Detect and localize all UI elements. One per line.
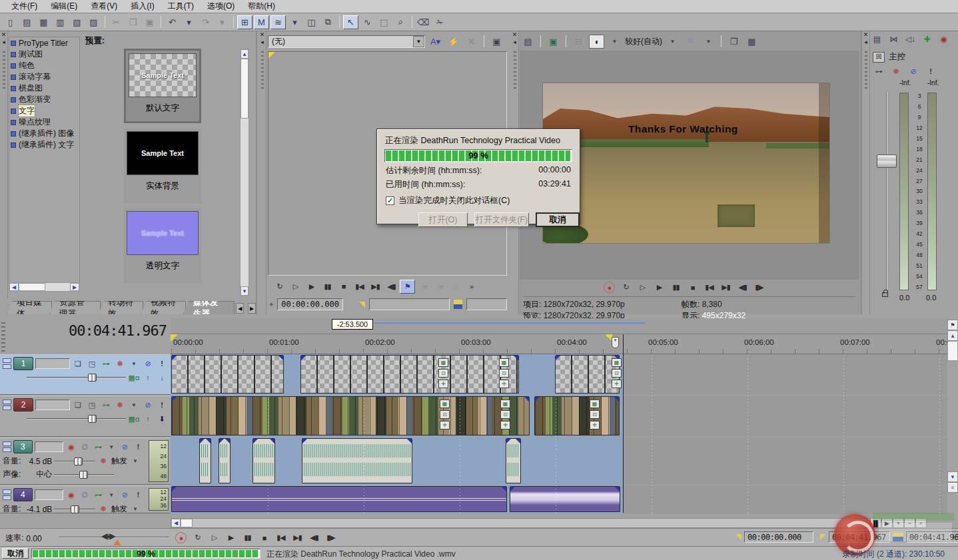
pause-icon[interactable]: ▮▮: [240, 531, 255, 545]
zoom-tool-icon[interactable]: ⌕: [915, 518, 927, 528]
go-to-start-icon[interactable]: ▮◀: [273, 531, 288, 545]
play-icon[interactable]: ▶: [304, 280, 319, 294]
pan-value[interactable]: 中心: [23, 469, 52, 480]
timeline-clip[interactable]: [171, 486, 507, 512]
film-icon[interactable]: ▦: [440, 400, 450, 408]
menu-item-4[interactable]: 工具(T): [162, 0, 200, 13]
external-monitor-icon[interactable]: ▣: [546, 35, 561, 49]
ignore-grouping-icon[interactable]: ⧉: [320, 15, 336, 29]
timeline-clip[interactable]: [510, 486, 620, 512]
loop-playback-icon[interactable]: ↻: [272, 280, 287, 294]
go-to-end-icon[interactable]: ▶▮: [368, 280, 383, 294]
pan-slider[interactable]: [54, 470, 114, 479]
generator-item-3[interactable]: 滚动字幕: [9, 71, 79, 83]
sync-cursor-icon[interactable]: ⚑: [400, 280, 415, 294]
track-number-badge[interactable]: 1: [13, 357, 33, 370]
paste-icon[interactable]: ▣: [142, 15, 157, 29]
track-header-3[interactable]: 3 ◉ ∅ ⊶ ▼ ⊘ ! 音量: 4.5 dB ❋ 触发 ▼ 声像: 中心: [0, 437, 171, 485]
crop-icon[interactable]: ⊡: [499, 369, 509, 378]
save-snapshot-icon[interactable]: ▦: [744, 35, 759, 49]
copy-snapshot-icon[interactable]: ❐: [726, 35, 741, 49]
crop-icon[interactable]: ⊡: [440, 410, 450, 419]
track-minimize-icons[interactable]: [3, 400, 11, 410]
mute-icon[interactable]: ⊘: [142, 358, 154, 369]
scroll-thumb[interactable]: [19, 283, 45, 291]
phase-invert-icon[interactable]: ∅: [79, 489, 90, 500]
stop-icon[interactable]: ■: [685, 280, 700, 294]
arm-record-icon[interactable]: ◉: [65, 489, 77, 500]
composite-level-slider[interactable]: [27, 414, 126, 423]
generator-item-5[interactable]: 色彩渐变: [9, 94, 79, 105]
play-from-start-icon[interactable]: ▷: [635, 280, 650, 294]
downmix-icon[interactable]: ⋈: [887, 33, 900, 45]
stop-icon[interactable]: ■: [336, 280, 351, 294]
track-lane-4[interactable]: [171, 485, 947, 513]
scroll-thumb[interactable]: [240, 59, 248, 119]
timeline-clip[interactable]: [219, 438, 231, 483]
timeline-marker-pin[interactable]: ▾: [612, 337, 619, 348]
timeline-clip[interactable]: ▦⊡✛: [534, 396, 620, 435]
compositing-icon[interactable]: ◳: [86, 400, 98, 410]
collapse-icon[interactable]: ◂: [0, 39, 7, 46]
edit-details-icon[interactable]: ▨: [86, 15, 101, 29]
menu-item-6[interactable]: 帮助(H): [242, 0, 281, 13]
track-fx-icon[interactable]: ⊶: [93, 441, 104, 452]
open-folder-button[interactable]: 打开文件夹(F): [474, 212, 529, 227]
track-motion-icon[interactable]: ❏: [72, 400, 84, 410]
new-project-icon[interactable]: ▯: [3, 15, 18, 29]
previous-frame-icon[interactable]: ◀▮: [735, 280, 750, 294]
marker-tool-icon[interactable]: ⚑: [947, 320, 958, 330]
play-from-start-icon[interactable]: ▷: [288, 280, 303, 294]
scroll-thumb[interactable]: [947, 341, 958, 361]
track-fx-icon[interactable]: ⊶: [93, 489, 104, 500]
preset-item-1[interactable]: Sample Text实体背景: [124, 129, 201, 203]
master-bus-header[interactable]: 回 主控: [873, 51, 905, 63]
track-number-badge[interactable]: 4: [13, 488, 33, 501]
split-screen-icon[interactable]: ⊟: [571, 35, 586, 49]
chevron-down-icon[interactable]: ▼: [106, 441, 117, 452]
tab-资源管理器[interactable]: 资源管理器: [49, 301, 101, 314]
timeline-clip[interactable]: ▦⊡✛▦⊡✛: [171, 396, 530, 435]
track-minimize-icons[interactable]: [3, 441, 11, 452]
film-icon[interactable]: ▦: [438, 358, 448, 367]
track-minimize-icons[interactable]: [3, 489, 11, 500]
trigger-label[interactable]: 触发: [111, 503, 127, 515]
dim-output-icon[interactable]: ◁↓: [904, 33, 917, 45]
crop-icon[interactable]: ⊡: [612, 369, 622, 378]
pause-icon[interactable]: ▮▮: [668, 280, 684, 294]
timeline-clip[interactable]: [302, 438, 412, 483]
playhead-cursor[interactable]: [623, 334, 624, 513]
loop-playback-icon[interactable]: ↻: [618, 280, 634, 294]
track-number-badge[interactable]: 3: [13, 440, 33, 453]
automation-gear-icon[interactable]: ❋: [114, 358, 126, 369]
menu-item-3[interactable]: 插入(I): [125, 0, 160, 13]
go-to-start-icon[interactable]: ▮◀: [352, 280, 367, 294]
tab-媒体发生器[interactable]: 媒体发生器: [183, 301, 235, 314]
menu-item-0[interactable]: 文件(F): [5, 0, 43, 13]
chevron-down-icon[interactable]: ▼: [607, 35, 622, 49]
eraser-tool-icon[interactable]: ⌫: [416, 15, 431, 29]
track-lane-1[interactable]: ▦⊡✛▦⊡✛▦⊡✛: [171, 354, 947, 395]
track-header-1[interactable]: 1 ❏ ◳ ⊶ ❋ ▼ ⊘ ! ▦α ↑ ↓: [0, 354, 171, 395]
undo-icon[interactable]: ↶: [165, 15, 180, 29]
generator-item-1[interactable]: 测试图: [9, 49, 79, 60]
dock-grip[interactable]: ✕ ◂: [0, 31, 8, 298]
record-icon[interactable]: ●: [604, 282, 615, 293]
chevron-down-icon[interactable]: ▼: [106, 489, 117, 500]
fx-field-empty-2[interactable]: [466, 298, 507, 310]
film-icon[interactable]: ▦: [500, 400, 510, 408]
close-icon[interactable]: ✕: [511, 31, 518, 39]
chevron-down-icon[interactable]: ▼: [701, 35, 716, 49]
chevron-down-icon[interactable]: ▼: [128, 400, 140, 410]
split-tool-icon[interactable]: ✁: [432, 15, 448, 29]
alpha-film-icon[interactable]: ▦α: [128, 414, 140, 424]
generator-item-0[interactable]: ProType Titler: [9, 37, 79, 49]
drag-handle[interactable]: [514, 49, 516, 89]
undo-dropdown-icon[interactable]: ▾: [181, 15, 197, 29]
scroll-up-icon[interactable]: ▲: [947, 330, 958, 341]
cancel-render-button[interactable]: 取消: [2, 548, 29, 559]
crop-icon[interactable]: ⊡: [438, 369, 448, 378]
mute-icon[interactable]: ⊘: [142, 400, 154, 410]
stop-icon[interactable]: ■: [256, 531, 272, 545]
go-to-end-icon[interactable]: ▶▮: [290, 531, 305, 545]
